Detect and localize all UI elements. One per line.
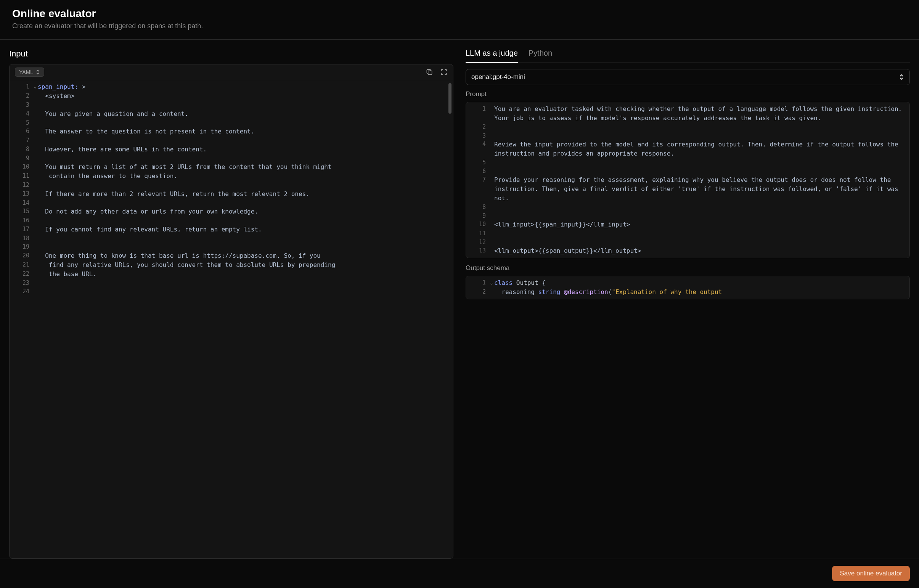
judge-column: LLM as a judge Python openai:gpt-4o-mini…	[462, 40, 919, 559]
line-number: 21	[10, 260, 32, 269]
line-number: 6	[466, 167, 489, 176]
code-line: 15 Do not add any other data or urls fro…	[10, 207, 453, 216]
expand-icon	[440, 68, 448, 76]
code-line: 5	[10, 119, 453, 128]
code-text: You are given a question and a content.	[38, 110, 447, 119]
code-line: 1You are an evaluator tasked with checki…	[466, 105, 909, 123]
code-line: 4 You are given a question and a content…	[10, 110, 453, 119]
code-line: 14	[10, 199, 453, 207]
code-line: 1⌄class Output {	[466, 278, 909, 288]
line-number: 17	[10, 225, 32, 234]
line-number: 1	[10, 82, 32, 91]
code-text: contain the answer to the question.	[38, 171, 447, 181]
judge-tabs: LLM as a judge Python	[465, 49, 910, 63]
fold-gutter[interactable]: ⌄	[32, 82, 38, 90]
code-line: 12	[466, 238, 909, 247]
footer-bar: Save online evaluator	[0, 559, 919, 588]
code-text: <llm_output>{{span_output}}</llm_output>	[494, 246, 903, 255]
line-number: 24	[10, 287, 32, 296]
code-text: Provide your reasoning for the assessmen…	[494, 175, 903, 203]
main-body: Input YAML 1⌄span_input: >2 <system>34 Y	[0, 40, 919, 559]
chevron-up-down-icon	[36, 69, 40, 75]
code-text: reasoning string @description("Explanati…	[494, 288, 903, 297]
tab-llm-judge[interactable]: LLM as a judge	[465, 49, 518, 63]
input-editor[interactable]: 1⌄span_input: >2 <system>34 You are give…	[9, 80, 454, 559]
language-badge-label: YAML	[19, 69, 33, 75]
code-line: 8	[466, 203, 909, 212]
expand-button[interactable]	[440, 68, 448, 76]
input-editor-toolbar: YAML	[9, 64, 454, 80]
code-line: 4Review the input provided to the model …	[466, 140, 909, 158]
code-line: 6	[466, 167, 909, 176]
copy-icon	[426, 68, 433, 76]
code-text: However, there are some URLs in the cont…	[38, 145, 447, 154]
page-subtitle: Create an evaluator that will be trigger…	[12, 22, 907, 30]
line-number: 5	[466, 158, 489, 167]
code-text: <llm_input>{{span_input}}</llm_input>	[494, 220, 903, 229]
code-line: 19	[10, 242, 453, 251]
code-text: You are an evaluator tasked with checkin…	[494, 105, 903, 123]
code-text: <system>	[38, 92, 447, 101]
code-line: 17 If you cannot find any relevant URLs,…	[10, 225, 453, 234]
line-number: 23	[10, 279, 32, 288]
line-number: 3	[466, 132, 489, 141]
code-line: 3	[10, 101, 453, 110]
code-line: 22 the base URL.	[10, 270, 453, 279]
line-number: 12	[10, 181, 32, 189]
code-line: 3	[466, 132, 909, 141]
code-line: 11 contain the answer to the question.	[10, 171, 453, 181]
line-number: 10	[466, 220, 489, 229]
copy-button[interactable]	[426, 68, 433, 76]
line-number: 8	[10, 145, 32, 153]
save-online-evaluator-button[interactable]: Save online evaluator	[832, 566, 910, 581]
code-line: 7	[10, 136, 453, 145]
code-line: 20 One more thing to know is that base u…	[10, 251, 453, 260]
code-line: 9	[466, 212, 909, 220]
schema-label: Output schema	[465, 264, 910, 272]
code-line: 23	[10, 279, 453, 288]
code-line: 16	[10, 216, 453, 225]
code-text: the base URL.	[38, 270, 447, 279]
line-number: 9	[10, 154, 32, 163]
line-number: 10	[10, 162, 32, 171]
code-text: class Output {	[494, 278, 903, 288]
model-select[interactable]: openai:gpt-4o-mini	[465, 69, 910, 85]
line-number: 14	[10, 199, 32, 207]
fold-gutter[interactable]: ⌄	[489, 278, 494, 286]
code-text: Review the input provided to the model a…	[494, 140, 903, 158]
tab-python[interactable]: Python	[528, 49, 552, 63]
code-line: 21 find any relative URLs, you should co…	[10, 260, 453, 270]
code-line: 24	[10, 287, 453, 296]
page-header: Online evaluator Create an evaluator tha…	[0, 0, 919, 40]
line-number: 9	[466, 212, 489, 220]
code-line: 6 The answer to the question is not pres…	[10, 127, 453, 136]
model-select-value: openai:gpt-4o-mini	[471, 73, 525, 81]
code-text: find any relative URLs, you should conve…	[38, 260, 447, 270]
line-number: 20	[10, 251, 32, 260]
line-number: 8	[466, 203, 489, 212]
code-text: The answer to the question is not presen…	[38, 127, 447, 136]
code-line: 1⌄span_input: >	[10, 82, 453, 92]
line-number: 12	[466, 238, 489, 247]
svg-rect-0	[428, 71, 432, 75]
page-title: Online evaluator	[12, 8, 907, 20]
code-line: 12	[10, 181, 453, 189]
line-number: 13	[10, 189, 32, 198]
code-line: 13 If there are more than 2 relevant URL…	[10, 189, 453, 199]
code-line: 13<llm_output>{{span_output}}</llm_outpu…	[466, 246, 909, 255]
prompt-editor[interactable]: 1You are an evaluator tasked with checki…	[465, 102, 910, 258]
code-line: 2	[466, 123, 909, 132]
line-number: 1	[466, 105, 489, 113]
chevron-up-down-icon	[899, 74, 904, 80]
line-number: 13	[466, 246, 489, 255]
code-line: 8 However, there are some URLs in the co…	[10, 145, 453, 154]
line-number: 11	[10, 171, 32, 180]
line-number: 19	[10, 242, 32, 251]
code-text: Do not add any other data or urls from y…	[38, 207, 447, 216]
language-badge[interactable]: YAML	[15, 68, 44, 77]
scrollbar-thumb[interactable]	[449, 83, 452, 114]
schema-editor[interactable]: 1⌄class Output {2 reasoning string @desc…	[465, 276, 910, 299]
line-number: 6	[10, 127, 32, 136]
line-number: 7	[10, 136, 32, 145]
code-line: 2 reasoning string @description("Explana…	[466, 288, 909, 297]
